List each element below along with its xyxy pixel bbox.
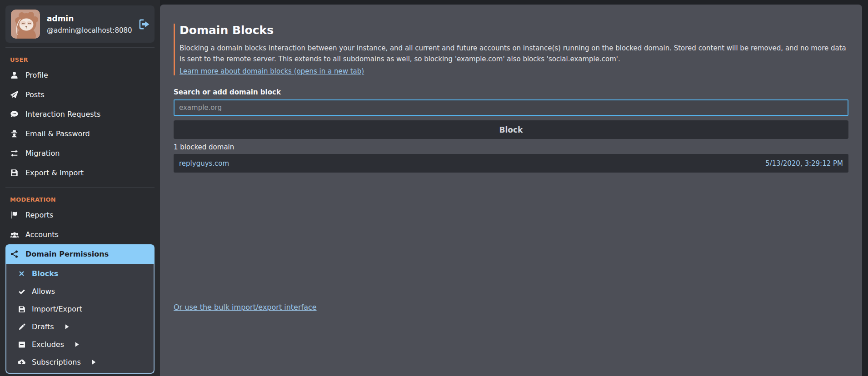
sidebar-item-label: Domain Permissions (25, 250, 109, 258)
sidebar-item-label: Interaction Requests (25, 110, 100, 119)
submenu-item-drafts[interactable]: Drafts (6, 318, 154, 336)
submenu-item-allows[interactable]: Allows (6, 282, 154, 300)
sidebar-item-domain-permissions[interactable]: Domain Permissions (5, 244, 155, 264)
user-name: admin (47, 14, 132, 23)
learn-more-link[interactable]: Learn more about domain blocks (opens in… (180, 67, 364, 75)
submenu-item-import-export[interactable]: Import/Export (6, 300, 154, 318)
caret-right-icon (64, 324, 70, 330)
sidebar: admin @admin@localhost:8080 USER Profile… (0, 0, 160, 376)
comment-dots-icon (10, 110, 19, 118)
divider (5, 187, 155, 188)
flag-icon (10, 211, 19, 219)
search-label: Search or add domain block (174, 88, 848, 96)
sloth-avatar (11, 10, 40, 39)
page-title: Domain Blocks (180, 24, 848, 37)
sidebar-item-label: Accounts (25, 230, 59, 239)
submenu-item-blocks[interactable]: Blocks (6, 265, 154, 282)
submenu-item-label: Subscriptions (32, 358, 81, 366)
blocked-domain-date: 5/13/2020, 3:29:12 PM (765, 159, 843, 168)
paper-plane-icon (10, 91, 19, 99)
section-label-moderation: MODERATION (5, 192, 155, 205)
minus-square-icon (17, 341, 26, 348)
floppy-disk-icon (10, 169, 19, 177)
submenu-item-label: Drafts (32, 322, 54, 331)
x-icon (17, 270, 26, 277)
submenu-item-label: Blocks (32, 269, 58, 278)
submenu-item-label: Excludes (32, 340, 64, 349)
submenu-item-label: Import/Export (32, 305, 82, 313)
pencil-icon (17, 323, 26, 331)
sidebar-item-reports[interactable]: Reports (5, 205, 155, 225)
check-icon (17, 288, 26, 295)
divider (5, 47, 155, 48)
sidebar-item-label: Posts (25, 90, 45, 99)
submenu-item-subscriptions[interactable]: Subscriptions (6, 353, 154, 371)
section-label-user: USER (5, 52, 155, 65)
domain-search-input[interactable] (174, 99, 848, 116)
floppy-disk-icon (17, 306, 26, 313)
sidebar-item-email-password[interactable]: Email & Password (5, 124, 155, 143)
page-description: Blocking a domain blocks interaction bet… (180, 43, 848, 64)
sidebar-item-interaction-requests[interactable]: Interaction Requests (5, 104, 155, 124)
bulk-import-export-link[interactable]: Or use the bulk import/export interface (174, 303, 317, 312)
user-handle: @admin@localhost:8080 (47, 26, 132, 35)
sidebar-item-posts[interactable]: Posts (5, 85, 155, 104)
sidebar-item-label: Migration (25, 149, 60, 158)
user-text: admin @admin@localhost:8080 (47, 14, 132, 35)
sidebar-item-migration[interactable]: Migration (5, 143, 155, 163)
sidebar-item-accounts[interactable]: Accounts (5, 225, 155, 244)
users-icon (10, 231, 19, 239)
sidebar-item-label: Reports (25, 211, 53, 219)
blocked-domain-name[interactable]: replyguys.com (179, 159, 229, 168)
share-nodes-icon (10, 250, 19, 258)
domain-permissions-submenu: Blocks Allows Import/Export Drafts (5, 264, 155, 374)
sidebar-item-profile[interactable]: Profile (5, 65, 155, 85)
submenu-item-excludes[interactable]: Excludes (6, 336, 154, 353)
block-button[interactable]: Block (174, 120, 848, 139)
exchange-arrows-icon (10, 149, 19, 157)
user-icon (10, 71, 19, 79)
sign-out-icon[interactable] (139, 19, 150, 30)
cloud-download-icon (17, 358, 26, 366)
sidebar-item-label: Export & Import (25, 168, 84, 177)
sidebar-item-export-import[interactable]: Export & Import (5, 163, 155, 183)
blocked-count: 1 blocked domain (174, 143, 848, 151)
submenu-item-label: Allows (32, 287, 55, 296)
blocked-domain-row[interactable]: replyguys.com 5/13/2020, 3:29:12 PM (174, 154, 848, 173)
user-card: admin @admin@localhost:8080 (5, 5, 155, 43)
user-secret-icon (10, 130, 19, 138)
page-header: Domain Blocks Blocking a domain blocks i… (174, 24, 848, 75)
sidebar-item-label: Email & Password (25, 129, 90, 138)
caret-right-icon (74, 341, 80, 347)
sidebar-item-label: Profile (25, 71, 48, 79)
main-panel: Domain Blocks Blocking a domain blocks i… (160, 5, 862, 376)
caret-right-icon (91, 359, 97, 365)
